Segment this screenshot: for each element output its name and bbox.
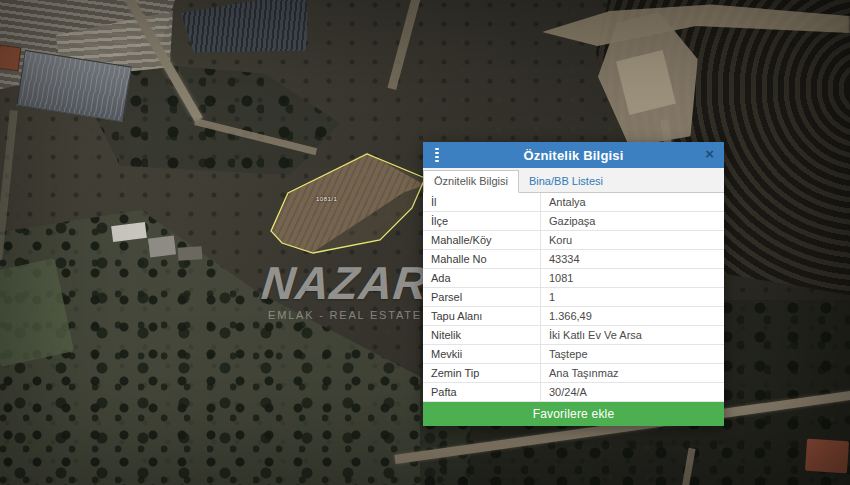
table-row: MevkiiTaştepe <box>423 345 724 364</box>
table-row: Mahalle/KöyKoru <box>423 231 724 250</box>
parcel-polygon[interactable] <box>271 154 425 253</box>
row-label: İl <box>423 193 541 211</box>
panel-header: Öznitelik Bilgisi × <box>423 142 724 168</box>
panel-title: Öznitelik Bilgisi <box>423 148 724 163</box>
row-value: 30/24/A <box>541 383 724 401</box>
watermark-tagline: EMLAK - REAL ESTATE <box>250 309 440 321</box>
row-label: Parsel <box>423 288 541 306</box>
row-value: Gazipaşa <box>541 212 724 230</box>
row-value: Ana Taşınmaz <box>541 364 724 382</box>
row-label: Zemin Tip <box>423 364 541 382</box>
panel-tabs: Öznitelik BilgisiBina/BB Listesi <box>423 168 724 193</box>
row-value: İki Katlı Ev Ve Arsa <box>541 326 724 344</box>
table-row: Pafta30/24/A <box>423 383 724 402</box>
row-label: Ada <box>423 269 541 287</box>
row-label: Pafta <box>423 383 541 401</box>
row-value: Taştepe <box>541 345 724 363</box>
table-row: İlAntalya <box>423 193 724 212</box>
orange-roof-building-br <box>805 439 849 474</box>
row-value: 1081 <box>541 269 724 287</box>
row-label: Tapu Alanı <box>423 307 541 325</box>
table-row: Zemin TipAna Taşınmaz <box>423 364 724 383</box>
attribute-table: İlAntalyaİlçeGazipaşaMahalle/KöyKoruMaha… <box>423 193 724 402</box>
table-row: Tapu Alanı1.366,49 <box>423 307 724 326</box>
table-row: İlçeGazipaşa <box>423 212 724 231</box>
add-to-favorites-button[interactable]: Favorilere ekle <box>423 402 724 426</box>
row-value: Koru <box>541 231 724 249</box>
row-value: 43334 <box>541 250 724 268</box>
tab-1[interactable]: Bina/BB Listesi <box>519 171 613 192</box>
map-viewer: 1081/1 NAZAR EMLAK - REAL ESTATE Öznitel… <box>0 0 850 485</box>
row-label: Mahalle No <box>423 250 541 268</box>
tab-0[interactable]: Öznitelik Bilgisi <box>423 170 519 193</box>
row-label: Mahalle/Köy <box>423 231 541 249</box>
drag-handle-icon[interactable] <box>435 148 439 162</box>
parcel-label: 1081/1 <box>316 196 337 202</box>
table-row: Mahalle No43334 <box>423 250 724 269</box>
row-value: Antalya <box>541 193 724 211</box>
table-row: Parsel1 <box>423 288 724 307</box>
watermark: NAZAR EMLAK - REAL ESTATE <box>250 260 440 321</box>
row-label: İlçe <box>423 212 541 230</box>
watermark-brand: NAZAR <box>248 260 443 306</box>
row-value: 1 <box>541 288 724 306</box>
gray-roof-building <box>148 235 176 257</box>
table-row: Ada1081 <box>423 269 724 288</box>
row-value: 1.366,49 <box>541 307 724 325</box>
row-label: Mevkii <box>423 345 541 363</box>
attribute-panel: Öznitelik Bilgisi × Öznitelik BilgisiBin… <box>423 142 724 426</box>
table-row: Nitelikİki Katlı Ev Ve Arsa <box>423 326 724 345</box>
close-icon[interactable]: × <box>705 146 714 161</box>
row-label: Nitelik <box>423 326 541 344</box>
dark-roof-building <box>178 246 203 261</box>
